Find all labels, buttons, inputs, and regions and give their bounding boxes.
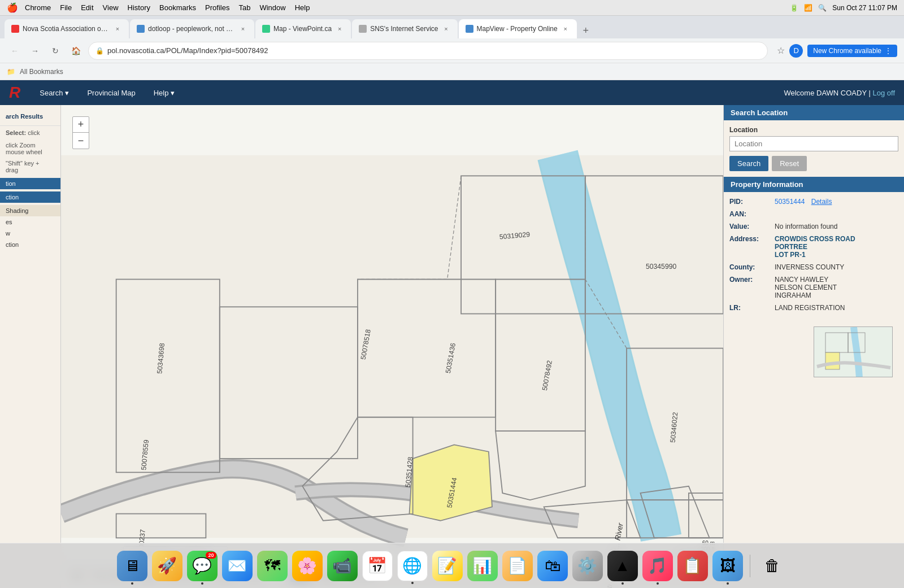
forward-button[interactable]: → xyxy=(27,43,43,59)
new-tab-button[interactable]: + xyxy=(578,23,594,38)
url-bar[interactable]: 🔒 pol.novascotia.ca/POL/Map/Index?pid=50… xyxy=(88,42,768,60)
nav-help-dropdown: ▾ xyxy=(171,89,175,97)
tab-close-2[interactable]: × xyxy=(238,24,247,33)
tab-favicon-1 xyxy=(11,25,19,33)
dock-system-prefs[interactable]: ⚙️ xyxy=(572,551,603,581)
pixelmator-icon: 🖼 xyxy=(720,556,736,575)
tab-favicon-2 xyxy=(137,25,145,33)
dock-calendar[interactable]: 📅 xyxy=(362,551,393,581)
dock-finder[interactable]: 🖥 xyxy=(117,551,147,581)
logoff-link[interactable]: Log off xyxy=(872,89,895,97)
main-content: arch Results Select: click click Zoom mo… xyxy=(0,105,904,588)
prop-details-link[interactable]: Details xyxy=(811,198,832,206)
browser-tab-2[interactable]: dotloop - peoplework, not pa... × xyxy=(130,19,254,38)
tab-label-4: SNS's Internet Service xyxy=(370,25,438,33)
chrome-update-label: New Chrome available xyxy=(813,47,881,55)
dock-chrome[interactable]: 🌐 xyxy=(397,551,428,581)
dock-trash[interactable]: 🗑 xyxy=(757,551,788,581)
dock-mail[interactable]: ✉️ xyxy=(222,551,253,581)
menu-view[interactable]: View xyxy=(103,3,119,12)
menu-help[interactable]: Help xyxy=(295,3,310,12)
url-text[interactable]: pol.novascotia.ca/POL/Map/Index?pid=5007… xyxy=(107,46,268,55)
prop-county-value: INVERNESS COUNTY xyxy=(775,263,898,271)
dock-photos[interactable]: 🌸 xyxy=(292,551,323,581)
dock-facetime[interactable]: 📹 xyxy=(327,551,358,581)
prop-pid-row: PID: 50351444 Details xyxy=(729,198,898,206)
prop-value-label: Value: xyxy=(729,223,775,230)
browser-tab-1[interactable]: Nova Scotia Association of R... × xyxy=(5,19,129,38)
sidebar-tion: tion xyxy=(0,178,60,189)
back-button[interactable]: ← xyxy=(7,43,23,59)
menu-chrome[interactable]: Chrome xyxy=(25,3,51,12)
svg-rect-39 xyxy=(825,352,840,369)
bookmarks-icon: 📁 xyxy=(7,68,15,76)
messages-dot xyxy=(201,582,203,585)
lock-icon: 🔒 xyxy=(95,47,104,55)
bookmark-star[interactable]: ☆ xyxy=(777,45,785,56)
search-location-header-text: Search Location xyxy=(731,108,788,117)
browser-tab-3[interactable]: Map - ViewPoint.ca × xyxy=(255,19,351,38)
menu-edit[interactable]: Edit xyxy=(81,3,93,12)
zoom-out-button[interactable]: − xyxy=(73,133,89,149)
dock-transmit[interactable]: ▲ xyxy=(607,551,638,581)
reload-button[interactable]: ↻ xyxy=(47,43,63,59)
sidebar-shading[interactable]: Shading xyxy=(0,205,60,216)
dock-numbers[interactable]: 📊 xyxy=(467,551,498,581)
dock-notes[interactable]: 📝 xyxy=(432,551,463,581)
dock-messages[interactable]: 💬 20 xyxy=(187,551,218,581)
chrome-update-button[interactable]: New Chrome available ⋮ xyxy=(807,45,897,57)
map-container[interactable]: 50319029 50345990 50343698 50078518 5035… xyxy=(61,105,723,588)
browser-tab-5[interactable]: MapView - Property Online × xyxy=(459,19,577,38)
dock-music[interactable]: 🎵 xyxy=(642,551,673,581)
menu-bookmarks[interactable]: Bookmarks xyxy=(159,3,196,12)
nav-search[interactable]: Search ▾ xyxy=(32,85,77,101)
tab-favicon-4 xyxy=(359,25,367,33)
sidebar-select: Select: click xyxy=(0,126,60,140)
transmit-dot xyxy=(621,582,624,585)
battery-icon: 🔋 xyxy=(790,4,798,12)
nav-help[interactable]: Help ▾ xyxy=(146,85,183,101)
bookmarks-label[interactable]: All Bookmarks xyxy=(20,68,63,76)
messages-badge: 20 xyxy=(206,552,216,559)
prop-address-value: CROWDIS CROSS ROAD PORTREE LOT PR-1 xyxy=(775,235,898,259)
home-button[interactable]: 🏠 xyxy=(68,43,84,59)
menu-file[interactable]: File xyxy=(60,3,72,12)
dock-pixelmator[interactable]: 🖼 xyxy=(712,551,743,581)
dock-readdle[interactable]: 📋 xyxy=(677,551,708,581)
dock-maps[interactable]: 🗺 xyxy=(257,551,288,581)
apple-menu[interactable]: 🍎 xyxy=(7,2,18,13)
tab-close-5[interactable]: × xyxy=(561,24,570,33)
tab-close-3[interactable]: × xyxy=(335,24,344,33)
tab-close-4[interactable]: × xyxy=(442,24,451,33)
mini-map[interactable] xyxy=(814,326,893,377)
sidebar-w-text: w xyxy=(6,230,10,237)
property-info-panel: PID: 50351444 Details AAN: Value: No inf… xyxy=(724,192,904,322)
nav-provincial-map[interactable]: Provincial Map xyxy=(79,85,143,101)
prop-value-value: No information found xyxy=(775,223,898,230)
sidebar-es-text: es xyxy=(6,219,12,225)
dock-appstore[interactable]: 🛍 xyxy=(537,551,568,581)
dock-launchpad[interactable]: 🚀 xyxy=(152,551,182,581)
chrome-window: Nova Scotia Association of R... × dotloo… xyxy=(0,16,904,80)
search-icon[interactable]: 🔍 xyxy=(818,4,827,12)
sidebar-extra: ction xyxy=(0,239,60,250)
reset-button[interactable]: Reset xyxy=(772,156,807,171)
location-input[interactable] xyxy=(729,136,898,151)
menu-history[interactable]: History xyxy=(128,3,150,12)
messages-icon: 💬 xyxy=(192,556,212,575)
user-avatar[interactable]: D xyxy=(789,44,803,58)
menu-tab[interactable]: Tab xyxy=(238,3,250,12)
menu-profiles[interactable]: Profiles xyxy=(205,3,229,12)
sidebar-mouse-text: mouse wheel xyxy=(6,149,55,155)
chrome-address-bar: ← → ↻ 🏠 🔒 pol.novascotia.ca/POL/Map/Inde… xyxy=(0,38,904,63)
tab-close-1[interactable]: × xyxy=(113,24,122,33)
map-svg: 50319029 50345990 50343698 50078518 5035… xyxy=(61,105,723,588)
menu-window[interactable]: Window xyxy=(259,3,285,12)
finder-dot xyxy=(131,582,133,585)
chrome-update-menu[interactable]: ⋮ xyxy=(885,47,892,55)
zoom-in-button[interactable]: + xyxy=(73,117,89,133)
browser-tab-4[interactable]: SNS's Internet Service × xyxy=(352,19,457,38)
search-button[interactable]: Search xyxy=(729,156,768,171)
sidebar-shift-info: "Shift" key + drag xyxy=(0,158,60,176)
dock-pages[interactable]: 📄 xyxy=(502,551,533,581)
